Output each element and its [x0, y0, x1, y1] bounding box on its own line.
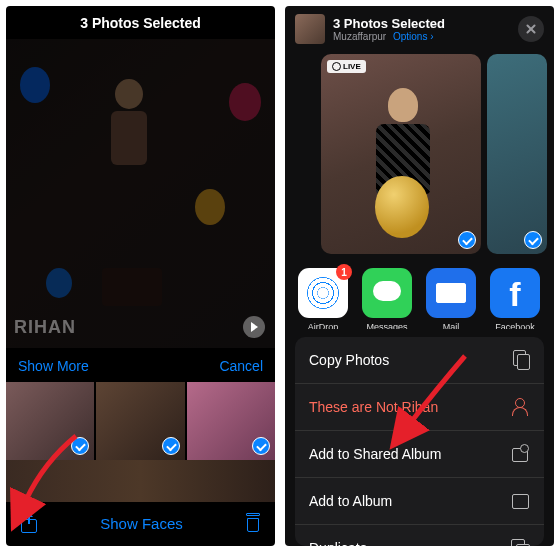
- shared-album-icon: [510, 444, 530, 464]
- thumbnail-strip[interactable]: [6, 460, 275, 502]
- action-duplicate[interactable]: Duplicate: [295, 525, 544, 546]
- header-subtitle: Muzaffarpur Options ›: [333, 31, 445, 42]
- page-title: 3 Photos Selected: [6, 6, 275, 39]
- share-target-messages[interactable]: Messages: [359, 268, 415, 325]
- duplicate-icon: [510, 538, 530, 546]
- airdrop-icon: 1: [298, 268, 348, 318]
- person-remove-icon: [510, 397, 530, 417]
- thumbnail[interactable]: [187, 382, 275, 460]
- action-not-person[interactable]: These are Not Rihan: [295, 384, 544, 431]
- photos-selection-screen: 3 Photos Selected RIHAN Show More Cancel: [6, 6, 275, 546]
- selected-check-icon: [252, 437, 270, 455]
- action-copy-photos[interactable]: Copy Photos: [295, 337, 544, 384]
- main-photo[interactable]: RIHAN: [6, 39, 275, 348]
- selected-check-icon: [458, 231, 476, 249]
- copy-icon: [510, 350, 530, 370]
- messages-icon: [362, 268, 412, 318]
- share-target-mail[interactable]: Mail: [423, 268, 479, 325]
- photo-thumbnails: [6, 382, 275, 460]
- watermark: RIHAN: [14, 317, 76, 338]
- options-button[interactable]: Options ›: [393, 31, 434, 42]
- preview-photo[interactable]: [487, 54, 547, 254]
- header-title: 3 Photos Selected: [333, 16, 445, 31]
- facebook-icon: f: [490, 268, 540, 318]
- share-icon[interactable]: [20, 512, 38, 534]
- action-list: Copy Photos These are Not Rihan Add to S…: [295, 337, 544, 546]
- cancel-button[interactable]: Cancel: [219, 358, 263, 374]
- live-badge: LIVE: [327, 60, 366, 73]
- action-add-album[interactable]: Add to Album: [295, 478, 544, 525]
- share-target-facebook[interactable]: f Facebook: [487, 268, 543, 325]
- share-sheet-header: 3 Photos Selected Muzaffarpur Options ›: [285, 6, 554, 50]
- mail-icon: [426, 268, 476, 318]
- thumbnail[interactable]: [6, 382, 94, 460]
- close-icon[interactable]: [518, 16, 544, 42]
- action-add-shared-album[interactable]: Add to Shared Album: [295, 431, 544, 478]
- trash-icon[interactable]: [245, 513, 261, 533]
- share-targets: 1 AirDrop Messages Mail f Facebook Wh: [285, 258, 554, 329]
- show-faces-button[interactable]: Show Faces: [100, 515, 183, 532]
- share-sheet: 3 Photos Selected Muzaffarpur Options › …: [285, 6, 554, 546]
- bottom-toolbar: Show Faces: [6, 502, 275, 546]
- share-target-whatsapp[interactable]: Wh: [551, 268, 554, 325]
- preview-row[interactable]: LIVE: [285, 50, 554, 258]
- show-more-button[interactable]: Show More: [18, 358, 89, 374]
- album-icon: [510, 491, 530, 511]
- selected-check-icon: [162, 437, 180, 455]
- notification-badge: 1: [336, 264, 352, 280]
- share-target-airdrop[interactable]: 1 AirDrop: [295, 268, 351, 325]
- selected-check-icon: [524, 231, 542, 249]
- selected-check-icon: [71, 437, 89, 455]
- preview-photo[interactable]: LIVE: [321, 54, 481, 254]
- header-thumbnail: [295, 14, 325, 44]
- thumbnail[interactable]: [96, 382, 184, 460]
